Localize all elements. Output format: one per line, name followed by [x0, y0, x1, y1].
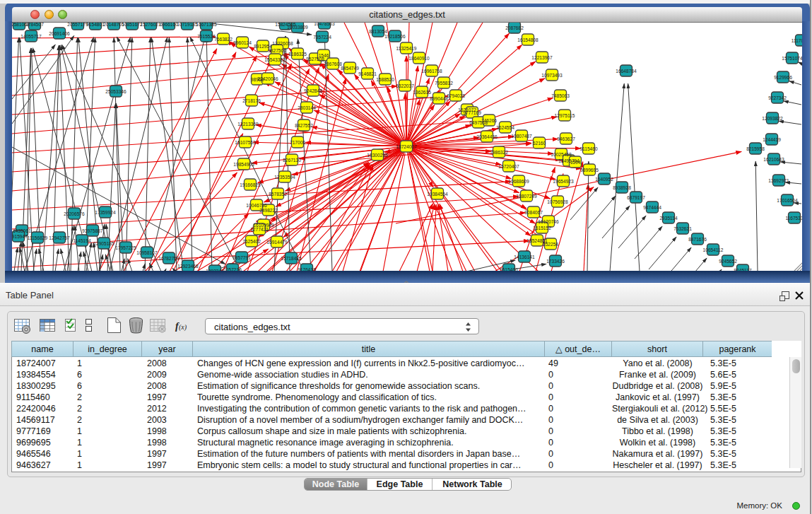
svg-text:2935114: 2935114 [659, 216, 678, 221]
svg-text:8471676: 8471676 [688, 237, 707, 242]
svg-text:2087682: 2087682 [505, 25, 524, 30]
svg-text:252254: 252254 [543, 242, 558, 247]
svg-text:1244419: 1244419 [763, 137, 781, 142]
svg-text:18300295: 18300295 [367, 153, 388, 158]
svg-text:7955812: 7955812 [435, 81, 453, 86]
svg-text:746266: 746266 [481, 118, 497, 123]
svg-text:3624554: 3624554 [496, 125, 514, 130]
svg-text:9146821: 9146821 [358, 71, 377, 76]
svg-text:10807487: 10807487 [511, 134, 532, 139]
svg-text:20557179: 20557179 [67, 23, 88, 27]
svg-text:10033809: 10033809 [287, 25, 308, 30]
svg-text:10719185: 10719185 [177, 23, 198, 27]
svg-text:9176418: 9176418 [298, 267, 316, 271]
svg-text:14055717: 14055717 [20, 34, 42, 39]
svg-text:9960124: 9960124 [233, 40, 252, 45]
svg-text:16107553: 16107553 [235, 140, 256, 145]
svg-text:2867608: 2867608 [324, 62, 342, 66]
svg-text:1057216: 1057216 [223, 267, 242, 271]
svg-text:8267130: 8267130 [283, 158, 301, 163]
svg-text:13226058: 13226058 [272, 41, 293, 46]
svg-text:18640910: 18640910 [408, 56, 430, 61]
svg-text:(x): (x) [179, 323, 187, 332]
svg-text:7515526: 7515526 [197, 34, 216, 39]
svg-text:3915947: 3915947 [12, 234, 28, 239]
svg-text:717006: 717006 [290, 140, 305, 145]
svg-text:9899695: 9899695 [580, 168, 599, 173]
svg-text:25053346: 25053346 [105, 89, 126, 94]
svg-text:16543382: 16543382 [264, 57, 286, 62]
svg-text:1640952: 1640952 [595, 177, 613, 182]
svg-text:8938928: 8938928 [613, 185, 631, 190]
svg-text:12093822: 12093822 [762, 116, 783, 121]
svg-text:16671385: 16671385 [196, 23, 217, 27]
svg-text:1615152: 1615152 [533, 226, 551, 230]
svg-text:7986322: 7986322 [490, 150, 508, 155]
svg-text:9242848: 9242848 [304, 88, 322, 93]
svg-text:10478503: 10478503 [314, 23, 335, 26]
svg-text:8454749: 8454749 [341, 66, 359, 71]
svg-text:9115460: 9115460 [579, 146, 598, 151]
svg-text:9245117: 9245117 [734, 268, 752, 271]
svg-text:8215958: 8215958 [746, 146, 765, 151]
svg-text:9777169: 9777169 [463, 110, 481, 115]
svg-text:8578352: 8578352 [269, 192, 287, 197]
svg-text:9245652: 9245652 [719, 259, 737, 264]
svg-text:10688609: 10688609 [508, 179, 529, 184]
svg-text:12213369: 12213369 [237, 122, 259, 127]
svg-text:7625402: 7625402 [242, 239, 261, 244]
svg-text:2803144: 2803144 [298, 105, 316, 110]
svg-text:3498222: 3498222 [259, 208, 278, 213]
svg-text:16210643: 16210643 [763, 157, 784, 162]
svg-text:19854905: 19854905 [233, 162, 254, 167]
svg-text:15276021: 15276021 [140, 23, 161, 27]
svg-text:22420046: 22420046 [257, 76, 278, 81]
svg-text:1362615: 1362615 [413, 90, 431, 95]
svg-text:5322037: 5322037 [396, 83, 414, 88]
svg-text:8186325: 8186325 [288, 52, 307, 57]
svg-text:1167533: 1167533 [785, 216, 802, 221]
svg-text:9463627: 9463627 [557, 136, 575, 141]
svg-text:17359924: 17359924 [95, 210, 116, 215]
svg-text:10973493: 10973493 [541, 73, 563, 78]
svg-text:19654923: 19654923 [553, 179, 574, 184]
svg-text:19218506: 19218506 [384, 34, 406, 39]
svg-text:8427552: 8427552 [295, 123, 313, 128]
svg-text:9084067: 9084067 [524, 210, 543, 215]
svg-text:9227342: 9227342 [768, 95, 787, 100]
svg-text:8990448: 8990448 [430, 96, 448, 101]
svg-text:17957225: 17957225 [115, 245, 136, 250]
svg-text:6879197: 6879197 [627, 195, 645, 200]
svg-text:16914479: 16914479 [266, 240, 288, 245]
svg-text:11325419: 11325419 [396, 46, 417, 51]
svg-text:6794028: 6794028 [447, 93, 465, 98]
svg-text:9474444: 9474444 [643, 205, 661, 210]
svg-text:12923468: 12923468 [177, 264, 199, 269]
svg-text:12975115: 12975115 [555, 113, 575, 118]
svg-text:20206576: 20206576 [64, 211, 85, 216]
svg-text:7485063: 7485063 [551, 93, 570, 98]
svg-text:7357224: 7357224 [313, 35, 331, 40]
svg-text:6966160: 6966160 [160, 23, 178, 27]
svg-text:15751074: 15751074 [782, 56, 802, 61]
svg-text:1546: 1546 [319, 53, 329, 58]
svg-text:16154808: 16154808 [517, 37, 539, 42]
svg-text:1588520: 1588520 [376, 77, 394, 82]
svg-text:1594: 1594 [570, 160, 581, 165]
svg-text:9154801: 9154801 [86, 23, 105, 27]
svg-text:62160: 62160 [533, 141, 546, 146]
svg-text:14136141: 14136141 [514, 255, 535, 259]
svg-text:12353594: 12353594 [274, 175, 295, 180]
svg-text:2718176: 2718176 [242, 98, 261, 103]
svg-text:20364436: 20364436 [476, 134, 498, 139]
svg-text:1733426: 1733426 [546, 259, 565, 264]
svg-text:7632621: 7632621 [673, 226, 692, 231]
svg-text:9129966: 9129966 [774, 75, 792, 80]
svg-text:1145194: 1145194 [73, 238, 91, 243]
svg-text:11170003: 11170003 [792, 38, 802, 43]
svg-text:10046786: 10046786 [246, 203, 267, 208]
svg-text:20691406: 20691406 [49, 31, 70, 36]
svg-text:12942757: 12942757 [49, 235, 70, 240]
svg-text:1292346: 1292346 [206, 269, 224, 271]
svg-text:16961758: 16961758 [421, 69, 442, 74]
